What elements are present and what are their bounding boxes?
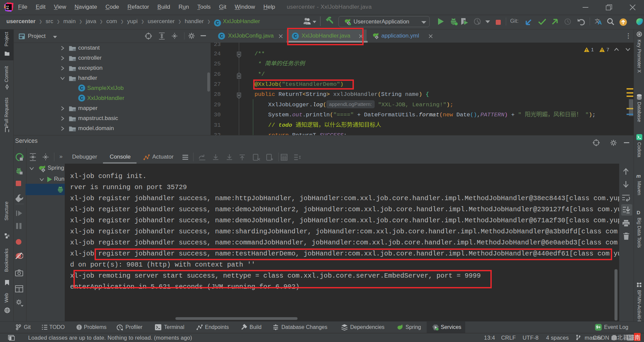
svg-text:IJ: IJ: [6, 5, 9, 8]
